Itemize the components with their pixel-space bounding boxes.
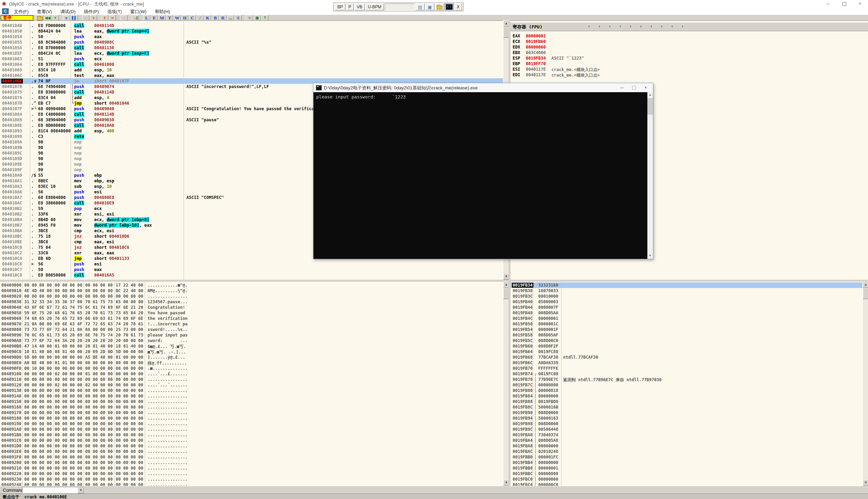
stack-row[interactable]: 0019FB5C008D00C0 [511, 338, 862, 343]
folder-button[interactable] [435, 3, 444, 10]
collapse-chevron-icon[interactable]: ‹ [629, 24, 632, 29]
run-to-user-code-button[interactable]: →| [132, 15, 139, 21]
view-log-button[interactable]: L [143, 15, 150, 21]
register-row[interactable]: EBP0019FF70 [511, 61, 868, 67]
register-row[interactable]: EDX00000060 [511, 44, 868, 50]
console-button[interactable]: C:\ [445, 3, 454, 10]
stack-row[interactable]: 0019FB6877BCAF30ntdll.77BCAF30 [511, 354, 862, 360]
scroll-up-icon[interactable]: ▲ [863, 282, 868, 288]
disasm-row[interactable]: 004010C7.50pusheax [0, 267, 503, 272]
stack-row[interactable]: 0019FB6CA0DA6339 [511, 360, 862, 366]
register-row[interactable]: EBX003C4000 [511, 50, 868, 55]
command-input[interactable] [23, 487, 79, 493]
register-row[interactable]: ECX0019FB60 [511, 39, 868, 44]
scroll-thumb[interactable] [647, 98, 653, 115]
stack-row[interactable]: 0019FB3816070033 [511, 288, 862, 294]
stack-row[interactable]: 0019FBB4│00000000 [511, 460, 862, 465]
disasm-row[interactable]: 0040105A.E8 D7000000call00401136 [0, 45, 503, 51]
dump-row[interactable]: 0040902000 00 00 0000 00 00 0000 00 00 0… [0, 294, 503, 299]
collapse-chevron-icon[interactable]: ‹ [640, 24, 642, 29]
stack-row[interactable]: 0019FB540000001F [511, 327, 862, 332]
scroll-thumb[interactable] [863, 288, 868, 299]
disasm-row[interactable]: 0040104B.E8 FD000000call0040114D [0, 23, 503, 28]
stack-row[interactable]: 0019FB4005000003 [511, 299, 862, 305]
window-button[interactable]: ▣ [425, 3, 434, 10]
maximize-button[interactable] [836, 0, 852, 8]
dump-row[interactable]: 0040910000 00 00 0002 00 00 0001 00 00 0… [0, 371, 503, 377]
toolbar-close-button[interactable]: X [454, 3, 462, 10]
options-button[interactable]: ▦ [254, 15, 261, 21]
collapse-chevron-icon[interactable]: ‹ [619, 24, 621, 29]
dump-row[interactable]: 0040908073 73 77 6F72 64 21 0A0A 00 00 0… [0, 327, 503, 332]
register-row[interactable]: ESI0040117Ecrack_me.<模块入口点> [511, 67, 868, 72]
view-threads-button[interactable]: T [166, 15, 173, 21]
step-over-button[interactable]: ↴ [90, 15, 97, 21]
stack-row[interactable]: 0019FBAC│02010248 [511, 449, 862, 454]
dump-row[interactable]: 0040913000 00 00 0000 00 00 0000 00 00 0… [0, 388, 503, 393]
stack-row[interactable]: 0019FB440000007F [511, 305, 862, 310]
register-row[interactable]: ESP0019FB34ASCII "`1223" [511, 55, 868, 61]
console-title-bar[interactable]: D:\0day\0day2电子资料_解压密码: 0day2\01基础知识\cra… [313, 83, 653, 93]
console-minimize-button[interactable] [616, 83, 628, 92]
dump-row[interactable]: 0040900000 00 00 0000 00 00 0000 00 00 0… [0, 282, 503, 288]
disasm-row[interactable]: 0040105F.8D4C24 0Cleaecx, dword ptr [esp… [0, 51, 503, 56]
command-combo[interactable]: ▼ [22, 487, 85, 493]
view-breakpoints-button[interactable]: B [212, 15, 219, 21]
stack-row[interactable]: 0019FB7C│00000800 [511, 382, 862, 388]
dump-scrollbar[interactable]: ▲ ▼ [503, 282, 509, 486]
p-button[interactable]: P [346, 3, 354, 10]
close-button[interactable]: × [852, 0, 868, 8]
stack-row[interactable]: 0019FB8C│5000016B [511, 404, 862, 410]
dump-row[interactable]: 0040914000 00 00 0000 00 00 0000 00 00 0… [0, 393, 503, 399]
memory-dump-pane[interactable]: 0040900000 00 00 0000 00 00 0000 00 00 0… [0, 282, 503, 486]
stack-pane[interactable]: 0019FB34323231600019FB38160700330019FB3C… [511, 282, 862, 486]
notepad-button[interactable]: ▤ [416, 3, 425, 10]
dump-row[interactable]: 0040924000 00 00 0000 00 00 0000 00 00 0… [0, 482, 503, 486]
collapse-chevron-icon[interactable]: ‹ [661, 24, 663, 29]
stack-row[interactable]: 0019FB48008D05AA [511, 310, 862, 316]
dump-row[interactable]: 004091B000 00 00 0000 00 00 0000 00 00 0… [0, 432, 503, 438]
console-scrollbar[interactable]: ▲ ▼ [647, 92, 653, 259]
stack-row[interactable]: 0019FB84│00000000 [511, 393, 862, 399]
chevron-down-icon[interactable]: ▼ [78, 487, 84, 493]
stack-row[interactable]: 0019FBC0│00000000 [511, 476, 862, 482]
animate-over-button[interactable]: ⇒ [109, 15, 116, 21]
dump-row[interactable]: 0040904043 6F 6E 6772 61 74 756C 61 74 6… [0, 305, 503, 310]
animate-into-button[interactable]: ⇓ [101, 15, 108, 21]
view-windows-button[interactable]: W [174, 15, 181, 21]
dump-row[interactable]: 004090D05D 00 00 0000 00 00 00A5 BE 40 0… [0, 354, 503, 360]
dump-row[interactable]: 0040919000 00 00 0000 00 00 0000 00 00 0… [0, 421, 503, 427]
dump-row[interactable]: 0040916000 00 00 0000 00 00 0000 00 00 0… [0, 404, 503, 410]
dump-row[interactable]: 0040922000 00 00 0000 00 00 0000 00 00 0… [0, 471, 503, 476]
dump-row[interactable]: 0040909070 6C 65 6173 65 20 696E 70 75 7… [0, 332, 503, 338]
stack-row[interactable]: 0019FB90│008D0000 [511, 410, 862, 415]
step-into-button[interactable]: ↓ [82, 15, 89, 21]
console-close-button[interactable]: × [640, 83, 652, 92]
stack-row[interactable]: 0019FBA8│00000000 [511, 443, 862, 449]
restart-button[interactable]: ◀◀ [44, 15, 51, 21]
help-button[interactable]: ? [261, 15, 268, 21]
collapse-chevron-icon[interactable]: ‹ [650, 24, 653, 29]
close-process-button[interactable]: × [52, 15, 59, 21]
stack-row[interactable]: 0019FB500000001C [511, 321, 862, 327]
stack-row[interactable]: 0019FB640019FC88 [511, 349, 862, 354]
stack-row[interactable]: 0019FB3432323160 [511, 282, 862, 288]
disasm-row[interactable]: 00401050.8D4424 04leaeax, dword ptr [esp… [0, 28, 503, 34]
dump-row[interactable]: 0040920000 00 00 0000 00 00 0000 00 00 0… [0, 460, 503, 465]
stack-row[interactable]: 0019FB4C00000001 [511, 316, 862, 321]
stack-row[interactable]: 0019FB60008D0F2F [511, 343, 862, 349]
dump-row[interactable]: 004091A000 00 00 0000 00 00 0000 00 00 0… [0, 427, 503, 432]
console-maximize-button[interactable] [628, 83, 640, 92]
view-handles-button[interactable]: H [181, 15, 188, 21]
run-button[interactable]: ► [63, 15, 70, 21]
stack-row[interactable]: 0019FBBC│00000808 [511, 471, 862, 476]
stack-row[interactable]: 0019FBA4│008D05A8 [511, 438, 862, 443]
console-window[interactable]: D:\0day\0day2电子资料_解压密码: 0day2\01基础知识\cra… [313, 83, 653, 259]
collapse-chevron-icon[interactable]: ‹ [681, 24, 684, 29]
view-run-trace-button[interactable]: ... [227, 15, 234, 21]
dump-row[interactable]: 004090A073 77 6F 7264 3A 20 2020 20 20 2… [0, 338, 503, 343]
view-memory-button[interactable]: M [158, 15, 166, 21]
dump-row[interactable]: 0040915000 00 00 0000 00 00 0000 00 00 0… [0, 399, 503, 404]
stack-row[interactable]: 0019FB80│00000818 [511, 388, 862, 393]
disasm-row[interactable]: 004010C6>56pushesi [0, 261, 503, 267]
